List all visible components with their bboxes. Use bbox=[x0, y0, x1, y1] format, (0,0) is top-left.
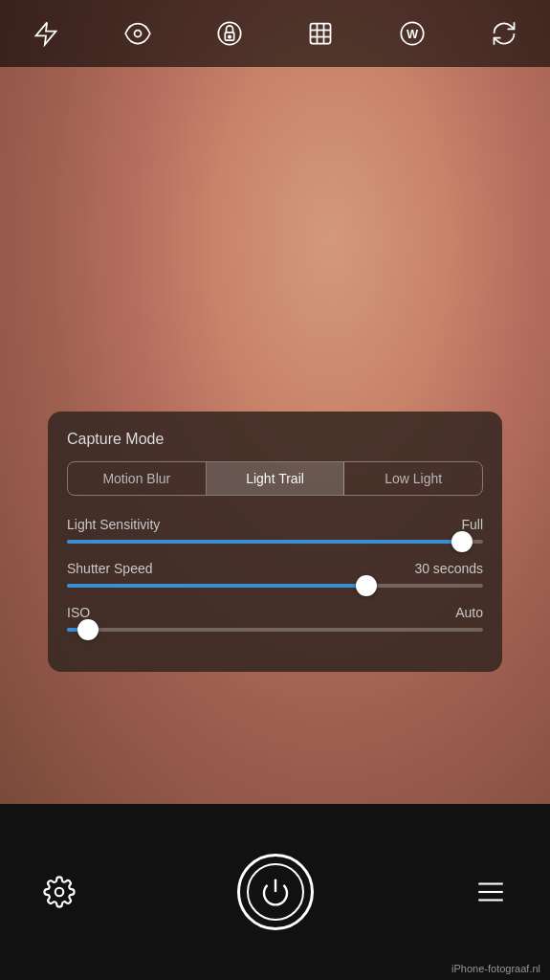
crop-icon[interactable] bbox=[299, 12, 341, 55]
svg-point-3 bbox=[228, 35, 230, 37]
light-sensitivity-fill bbox=[67, 540, 462, 544]
light-sensitivity-track[interactable] bbox=[67, 540, 483, 544]
shutter-speed-label: Shutter Speed bbox=[67, 561, 153, 576]
svg-point-11 bbox=[55, 888, 64, 897]
lock-icon[interactable] bbox=[209, 12, 251, 55]
shutter-speed-track[interactable] bbox=[67, 584, 483, 588]
shutter-speed-thumb[interactable] bbox=[356, 575, 377, 596]
panel-title: Capture Mode bbox=[67, 431, 483, 448]
iso-row: ISO Auto bbox=[67, 605, 483, 632]
shutter-speed-fill bbox=[67, 584, 366, 588]
bottom-bar bbox=[0, 804, 550, 980]
shutter-inner bbox=[247, 863, 304, 921]
light-sensitivity-row: Light Sensitivity Full bbox=[67, 517, 483, 544]
eye-icon[interactable] bbox=[117, 12, 159, 55]
iso-value: Auto bbox=[455, 605, 483, 620]
light-sensitivity-value: Full bbox=[461, 517, 483, 532]
iso-thumb[interactable] bbox=[77, 619, 99, 640]
rotate-icon[interactable] bbox=[483, 12, 525, 55]
iso-label: ISO bbox=[67, 605, 90, 620]
mode-tabs: Motion Blur Light Trail Low Light bbox=[67, 461, 483, 496]
shutter-speed-row: Shutter Speed 30 seconds bbox=[67, 561, 483, 588]
svg-point-0 bbox=[134, 31, 141, 37]
shutter-speed-value: 30 seconds bbox=[414, 561, 483, 576]
flash-icon[interactable] bbox=[25, 12, 67, 55]
iso-track[interactable] bbox=[67, 628, 483, 632]
wb-icon[interactable]: W bbox=[391, 12, 433, 55]
shutter-button[interactable] bbox=[237, 854, 314, 930]
light-sensitivity-thumb[interactable] bbox=[451, 531, 473, 552]
tab-low-light[interactable]: Low Light bbox=[344, 462, 482, 495]
tab-light-trail[interactable]: Light Trail bbox=[207, 462, 345, 495]
camera-viewfinder bbox=[0, 0, 550, 804]
light-sensitivity-label: Light Sensitivity bbox=[67, 517, 160, 532]
menu-button[interactable] bbox=[470, 871, 512, 913]
settings-button[interactable] bbox=[38, 871, 80, 913]
svg-rect-4 bbox=[311, 24, 331, 44]
top-toolbar: W bbox=[0, 0, 550, 67]
capture-mode-panel: Capture Mode Motion Blur Light Trail Low… bbox=[48, 412, 502, 672]
tab-motion-blur[interactable]: Motion Blur bbox=[68, 462, 207, 495]
svg-text:W: W bbox=[407, 27, 419, 41]
watermark: iPhone-fotograaf.nl bbox=[451, 963, 540, 974]
power-icon bbox=[260, 877, 291, 907]
